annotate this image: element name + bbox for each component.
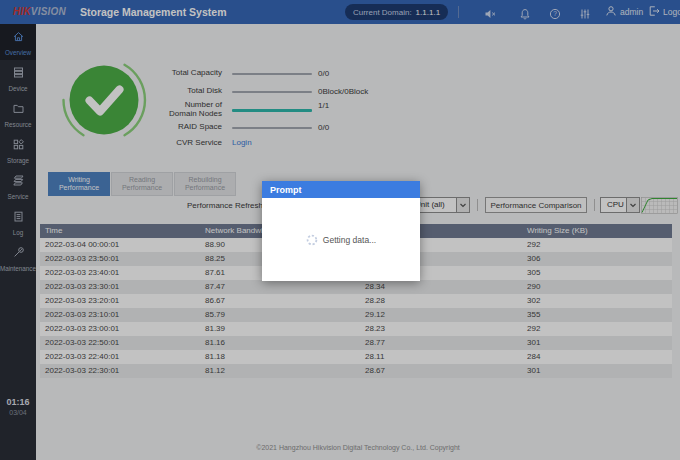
screen: HIKVISION Storage Management System Curr…	[0, 0, 680, 460]
loading-spinner-icon	[306, 234, 318, 246]
dialog-title: Prompt	[262, 181, 420, 198]
dialog-body: Getting data...	[262, 198, 420, 281]
dialog-message: Getting data...	[323, 235, 376, 245]
prompt-dialog: Prompt Getting data...	[262, 181, 420, 281]
